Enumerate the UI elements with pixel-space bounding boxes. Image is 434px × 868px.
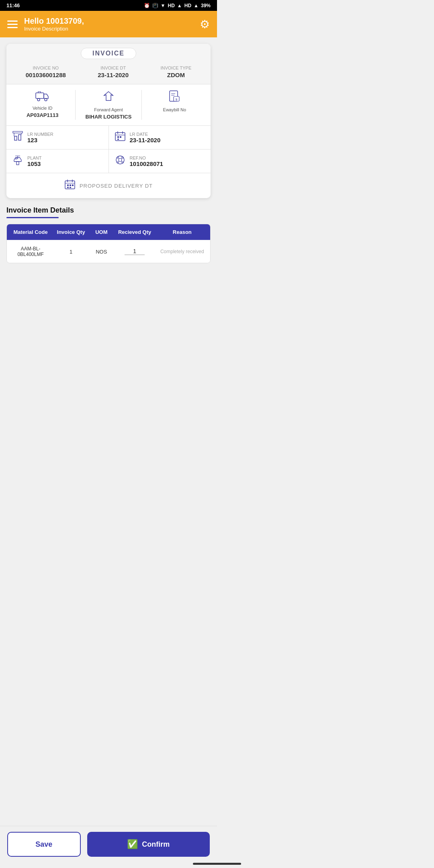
svg-rect-37 [72, 184, 74, 186]
plant-text: PLANT 1053 [27, 156, 41, 167]
delivery-calendar-icon [64, 179, 76, 192]
td-material-code: AAM-BL-0BL400LMF [7, 240, 54, 263]
lr-row: LR NUMBER 123 LR [6, 126, 211, 149]
status-time: 11:46 [6, 2, 20, 8]
plant-label: PLANT [27, 156, 41, 160]
invoice-no-value: 001036001288 [26, 72, 66, 78]
lr-number-value: 123 [27, 137, 53, 143]
settings-button[interactable]: ⚙ [200, 18, 210, 31]
plant-icon [12, 154, 23, 168]
invoice-dt-value: 23-11-2020 [98, 72, 129, 78]
th-invoice-qty: Invoice Qty [54, 224, 88, 240]
delivery-row: PROPOSED DELIVERY DT [6, 173, 211, 198]
vehicle-cell: Vehicle ID AP03AP1113 [10, 90, 75, 118]
agent-value: BIHAR LOGISTICS [86, 114, 132, 120]
invoice-type-label: INVOICE TYPE [160, 66, 191, 70]
th-material-code: Material Code [7, 224, 54, 240]
item-table: Material Code Invoice Qty UOM Recieved Q… [6, 224, 211, 263]
svg-rect-8 [14, 136, 17, 140]
ref-icon [115, 154, 126, 168]
status-bar: 11:46 ⏰ 📳 ▼ HD ▲ HD ▲ 39% [0, 0, 217, 11]
invoice-info-row: INVOICE NO 001036001288 INVOICE DT 23-11… [6, 61, 211, 84]
svg-rect-38 [67, 187, 69, 188]
svg-rect-18 [16, 162, 19, 165]
delivery-label: PROPOSED DELIVERY DT [80, 183, 153, 189]
vehicle-value: AP03AP1113 [27, 112, 59, 118]
invoice-title: INVOICE [81, 48, 136, 59]
forward-agent-icon [101, 90, 116, 106]
td-received-qty[interactable] [115, 242, 154, 261]
ewaybill-cell: $ Ewaybill No [142, 90, 207, 112]
plant-value: 1053 [27, 160, 41, 167]
lr-number-label: LR NUMBER [27, 132, 53, 137]
agent-label: Forward Agent [94, 107, 123, 112]
ref-cell: REF.NO 1010028071 [108, 149, 211, 173]
svg-rect-17 [117, 139, 119, 140]
ewaybill-icon: $ [168, 90, 181, 106]
menu-button[interactable] [7, 20, 18, 28]
vibrate-icon: 📳 [152, 3, 158, 8]
table-row: AAM-BL-0BL400LMF 1 NOS Completely receiv… [7, 240, 210, 263]
received-qty-input[interactable] [125, 248, 145, 255]
agent-cell: Forward Agent BIHAR LOGISTICS [76, 90, 141, 120]
svg-point-1 [37, 98, 40, 101]
ref-label: REF.NO [130, 156, 163, 160]
lr-number-cell: LR NUMBER 123 [6, 126, 108, 149]
th-reason: Reason [154, 224, 210, 240]
lr-date-cell: LR DATE 23-11-2020 [108, 126, 211, 149]
svg-rect-10 [13, 131, 23, 133]
invoice-no-cell: INVOICE NO 001036001288 [26, 66, 66, 78]
calendar-icon [115, 131, 126, 144]
wifi-icon: ▼ [161, 3, 166, 8]
th-uom: UOM [88, 224, 115, 240]
ref-value: 1010028071 [130, 160, 163, 167]
invoice-type-value: ZDOM [160, 72, 191, 78]
lr-icon [12, 131, 23, 144]
signal2-icon: ▲ [194, 3, 199, 8]
svg-point-2 [45, 98, 47, 101]
lr-number-text: LR NUMBER 123 [27, 132, 53, 143]
section-title: Invoice Item Details [6, 206, 211, 215]
icons-row: Vehicle ID AP03AP1113 Forward Agent BIHA… [6, 84, 211, 126]
plant-cell: PLANT 1053 [6, 149, 108, 173]
lr-date-text: LR DATE 23-11-2020 [130, 132, 161, 143]
truck-icon [35, 90, 50, 104]
svg-rect-36 [70, 184, 71, 186]
svg-text:$: $ [176, 98, 178, 101]
svg-rect-0 [36, 93, 44, 98]
main-content: INVOICE INVOICE NO 001036001288 INVOICE … [0, 37, 217, 310]
th-received-qty: Recieved Qty [115, 224, 154, 240]
table-header: Material Code Invoice Qty UOM Recieved Q… [7, 224, 210, 240]
ewaybill-label: Ewaybill No [163, 107, 186, 112]
invoice-header-row: INVOICE [6, 44, 211, 61]
vehicle-label: Vehicle ID [33, 106, 53, 111]
plant-row: PLANT 1053 [6, 149, 211, 173]
section-underline [6, 217, 59, 218]
battery-icon: 39% [201, 3, 211, 8]
svg-rect-35 [67, 184, 69, 186]
svg-rect-16 [120, 136, 121, 138]
svg-rect-9 [18, 135, 21, 140]
alarm-icon: ⏰ [144, 3, 150, 8]
app-header: Hello 10013709, Invoice Description ⚙ [0, 11, 217, 37]
ref-text: REF.NO 1010028071 [130, 156, 163, 167]
header-title: Hello 10013709, Invoice Description [18, 16, 200, 32]
hd-icon2: HD [184, 3, 191, 8]
svg-rect-15 [117, 136, 119, 138]
td-invoice-qty: 1 [54, 243, 88, 260]
signal-icon: ▲ [177, 3, 182, 8]
td-reason: Completely received [154, 243, 210, 260]
td-uom: NOS [88, 243, 115, 260]
invoice-no-label: INVOICE NO [26, 66, 66, 70]
hd-icon1: HD [168, 3, 175, 8]
invoice-dt-cell: INVOICE DT 23-11-2020 [98, 66, 129, 78]
invoice-type-cell: INVOICE TYPE ZDOM [160, 66, 191, 78]
invoice-card: INVOICE INVOICE NO 001036001288 INVOICE … [6, 44, 211, 198]
header-greeting: Hello 10013709, [24, 16, 200, 26]
item-details-section: Invoice Item Details Material Code Invoi… [6, 206, 211, 263]
header-subtitle: Invoice Description [24, 26, 200, 32]
lr-date-label: LR DATE [130, 132, 161, 137]
svg-rect-39 [70, 187, 71, 188]
status-icons: ⏰ 📳 ▼ HD ▲ HD ▲ 39% [144, 3, 211, 8]
invoice-dt-label: INVOICE DT [98, 66, 129, 70]
